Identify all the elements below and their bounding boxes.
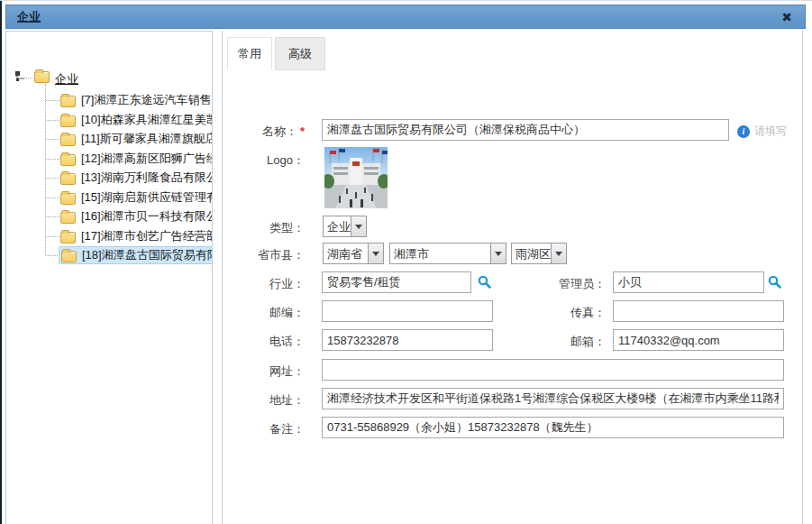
- folder-icon: [60, 173, 76, 185]
- tree-item-company-10[interactable]: [10]柏森家具湘潭红星美凯龙店: [59, 111, 213, 129]
- tree-connector: [46, 100, 59, 101]
- tree-expand-icon[interactable]: [15, 71, 26, 82]
- logo-label: Logo：: [214, 152, 305, 169]
- required-asterisk: *: [300, 124, 305, 138]
- tree-connector: [46, 139, 59, 140]
- tree-item-company-17[interactable]: [17]湘潭市创艺广告经营部: [59, 227, 213, 245]
- tree-root-company[interactable]: 企业: [55, 71, 78, 87]
- industry-search-icon[interactable]: [478, 275, 491, 289]
- tree-item-company-16[interactable]: [16]湘潭市贝一科技有限公司: [59, 207, 213, 225]
- chevron-down-icon[interactable]: [551, 244, 566, 263]
- folder-icon: [34, 71, 50, 83]
- city-select[interactable]: 湘潭市: [389, 243, 506, 264]
- dialog-title: 企业: [17, 9, 41, 25]
- folder-icon: [60, 96, 76, 107]
- folder-icon: [60, 212, 76, 224]
- company-logo-image[interactable]: [324, 147, 388, 208]
- type-label: 类型：: [214, 220, 305, 236]
- info-icon: i: [737, 125, 750, 138]
- tree-item-company-12[interactable]: [12]湘潭高新区阳狮广告经营部: [59, 150, 213, 168]
- phone-input[interactable]: [322, 329, 493, 351]
- fill-hint-text: 请填写: [754, 124, 787, 139]
- remark-input[interactable]: [322, 417, 784, 438]
- chevron-down-icon[interactable]: [351, 216, 366, 236]
- region-label: 省市县：: [214, 247, 305, 263]
- window-left-border: [0, 1, 2, 524]
- chevron-down-icon[interactable]: [490, 244, 506, 263]
- tree-connector: [20, 78, 32, 78]
- phone-label: 电话：: [214, 334, 305, 350]
- zip-label: 邮编：: [214, 305, 305, 321]
- company-name-input[interactable]: [322, 119, 729, 141]
- tree-item-company-11[interactable]: [11]斯可馨家具湘潭旗舰店: [59, 130, 213, 148]
- tree-item-company-13[interactable]: [13]湖南万利隆食品有限公司: [59, 169, 213, 187]
- tree-item-company-15[interactable]: [15]湖南启新供应链管理有限公司: [59, 188, 213, 207]
- admin-label: 管理员：: [530, 276, 606, 292]
- tree-connector: [46, 178, 59, 179]
- remark-label: 备注：: [214, 421, 305, 437]
- tab-common[interactable]: 常用: [227, 37, 272, 70]
- industry-label: 行业：: [214, 276, 305, 292]
- address-label: 地址：: [214, 392, 305, 409]
- folder-icon: [60, 134, 76, 146]
- province-select[interactable]: 湖南省: [323, 243, 384, 264]
- folder-icon: [61, 251, 77, 262]
- dialog-titlebar: 企业 ✖: [5, 5, 806, 29]
- email-label: 邮箱：: [530, 334, 606, 350]
- tree-connector: [46, 120, 59, 121]
- industry-input[interactable]: [322, 271, 471, 293]
- fill-hint: i 请填写: [737, 124, 787, 139]
- zip-input[interactable]: [322, 300, 493, 322]
- company-tree-panel: 企业 [7]湘潭正东途远汽车销售服务有限公司 [10]柏森家具湘潭红星美凯龙店 …: [5, 31, 213, 524]
- address-input[interactable]: [322, 388, 784, 409]
- county-select[interactable]: 雨湖区: [511, 243, 567, 264]
- chevron-down-icon[interactable]: [368, 244, 383, 263]
- enterprise-dialog: 企业 ✖ 企业 [7]湘潭正东途远汽车销售服务有限公司 [10]柏森家具湘潭红星…: [0, 0, 812, 524]
- tree-connector-line: [45, 84, 46, 255]
- website-label: 网址：: [214, 363, 305, 380]
- folder-icon: [60, 193, 76, 205]
- tree-connector: [46, 159, 59, 160]
- tree-connector: [46, 216, 59, 217]
- close-icon[interactable]: ✖: [781, 9, 792, 25]
- folder-icon: [60, 115, 76, 127]
- folder-icon: [60, 232, 76, 244]
- name-label: 名称：*: [214, 124, 305, 140]
- fax-label: 传真：: [530, 305, 606, 321]
- admin-input[interactable]: [613, 271, 764, 293]
- website-input[interactable]: [322, 359, 784, 381]
- tree-item-company-18-selected[interactable]: [18]湘潭盘古国际贸易有限公司: [59, 246, 213, 264]
- tab-advanced[interactable]: 高级: [275, 37, 325, 70]
- fax-input[interactable]: [613, 300, 784, 322]
- tree-connector: [46, 255, 59, 256]
- email-input[interactable]: [613, 329, 784, 351]
- tree-connector: [46, 198, 59, 198]
- tree-item-company-7[interactable]: [7]湘潭正东途远汽车销售服务有限公司: [59, 91, 213, 109]
- type-select[interactable]: 企业: [323, 216, 367, 237]
- folder-icon: [60, 154, 76, 166]
- tree-connector: [46, 236, 59, 237]
- admin-search-icon[interactable]: [768, 275, 781, 289]
